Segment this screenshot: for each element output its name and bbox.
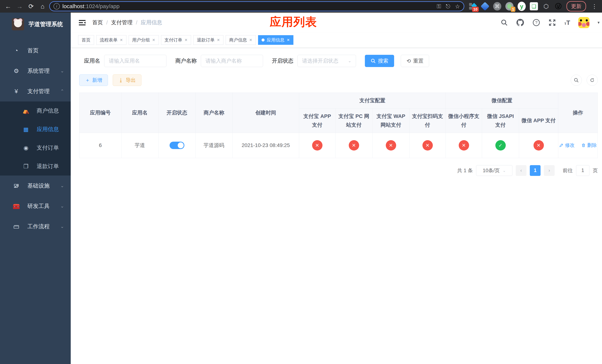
breadcrumb-home[interactable]: 首页 [92, 19, 103, 26]
export-button[interactable]: ⭳ 导出 [113, 75, 141, 86]
goto-suffix: 页 [593, 167, 598, 174]
edit-link[interactable]: 修改 [559, 142, 575, 149]
refresh-table-button[interactable] [587, 75, 598, 86]
coin-icon: ◉ [22, 145, 30, 151]
chat-extension-icon[interactable]: ❏ [530, 2, 538, 10]
total-count: 共 1 条 [457, 167, 473, 174]
close-icon[interactable]: ✕ [287, 38, 290, 42]
sidebar-item-refund-order[interactable]: ❐ 退款订单 [0, 157, 71, 175]
close-icon[interactable]: ✕ [120, 38, 123, 42]
tab-home[interactable]: 首页 [78, 35, 94, 45]
sidebar-item-system[interactable]: ⚙ 系统管理 ⌄ [0, 61, 71, 81]
close-icon[interactable]: ✕ [184, 38, 188, 42]
sidebar-item-pay-order[interactable]: ◉ 支付订单 [0, 139, 71, 157]
add-button[interactable]: ＋ 新增 [79, 75, 108, 86]
breadcrumb-payment[interactable]: 支付管理 [111, 19, 133, 26]
page-title-annotation: 应用列表 [270, 14, 317, 30]
tab-process-form[interactable]: 流程表单✕ [96, 35, 127, 45]
tampermonkey-extension-icon[interactable]: 10 [469, 2, 477, 10]
briefcase-icon: 🗃 [13, 223, 20, 230]
tab-user-group[interactable]: 用户分组✕ [129, 35, 159, 45]
toggle-search-button[interactable] [571, 75, 582, 86]
app-name-input[interactable] [104, 55, 166, 67]
close-icon[interactable]: ✕ [249, 38, 252, 42]
cell-app-id: 6 [79, 133, 121, 158]
extension-badge: 1 [511, 7, 515, 12]
address-bar[interactable]: i localhost:1024/pay/app ⚿ ⎋ ☆ [49, 1, 464, 11]
alipay-qr-status-badge: ✕ [422, 140, 433, 150]
plus-icon: ＋ [85, 77, 90, 84]
grid-table-icon: ▦ [22, 126, 30, 133]
top-navbar: 首页 / 支付管理 / 应用信息 应用列表 ? тT ▾ [71, 13, 602, 32]
app-name-label: 应用名 [84, 57, 100, 65]
toolbox-icon: 🧰 [13, 203, 20, 210]
goto-page-input[interactable] [576, 165, 589, 176]
col-app-id: 应用编号 [79, 93, 121, 133]
prev-page-button[interactable]: ‹ [516, 165, 527, 176]
sidebar-item-payment[interactable]: ¥ 支付管理 ⌃ [0, 81, 71, 101]
chevron-down-icon: ⌄ [348, 58, 351, 63]
sidebar-item-merchant-info[interactable]: ⛺ 商户信息 [0, 101, 71, 120]
dashboard-icon: ◔ [13, 47, 20, 54]
sidebar: 芋道管理系统 ◔ 首页 ⚙ 系统管理 ⌄ ¥ 支付管理 ⌃ ⛺ 商户信息 [0, 13, 71, 364]
chevron-down-icon: ⌄ [60, 68, 64, 74]
password-key-icon[interactable]: ⚿ [437, 3, 441, 10]
col-app-name: 应用名 [121, 93, 159, 133]
recorder-extension-icon[interactable]: 1 [505, 2, 514, 10]
status-toggle[interactable] [170, 142, 184, 149]
help-icon[interactable]: ? [532, 19, 540, 26]
sidebar-item-workflow[interactable]: 🗃 工作流程 ⌄ [0, 216, 71, 237]
page-size-select[interactable]: 10条/页 ⌄ [476, 165, 512, 176]
active-dot [262, 39, 265, 42]
tab-merchant-info[interactable]: 商户信息✕ [226, 35, 256, 45]
search-button[interactable]: 搜索 [365, 55, 394, 67]
github-icon[interactable] [516, 19, 524, 27]
sidebar-item-infra[interactable]: 🖳 基础设施 ⌄ [0, 175, 71, 196]
col-status: 开启状态 [159, 93, 195, 133]
status-select[interactable]: 请选择开启状态 ⌄ [298, 55, 356, 67]
current-page-button[interactable]: 1 [530, 165, 540, 176]
user-avatar[interactable] [578, 17, 589, 28]
back-icon[interactable]: ← [3, 1, 13, 11]
merchant-name-input[interactable] [201, 55, 263, 67]
sidebar-fold-icon[interactable] [78, 19, 86, 27]
profile-avatar[interactable]: 😜 [554, 2, 562, 10]
sidebar-item-dev-tools[interactable]: 🧰 研发工具 ⌄ [0, 196, 71, 216]
reset-button[interactable]: ⟲ 重置 [401, 55, 429, 67]
delete-link[interactable]: 删除 [581, 142, 597, 149]
sidebar-logo[interactable]: 芋道管理系统 [0, 13, 71, 35]
chevron-down-icon: ⌄ [503, 168, 506, 173]
home-icon[interactable]: ⌂ [38, 1, 47, 11]
browser-menu-icon[interactable]: ⋮ [590, 3, 599, 10]
avatar-dropdown-icon[interactable]: ▾ [598, 20, 600, 25]
next-page-button[interactable]: › [544, 165, 555, 176]
tab-refund-order[interactable]: 退款订单✕ [193, 35, 224, 45]
command-extension-icon[interactable]: ⌘ [493, 2, 501, 10]
chevron-down-icon: ⌄ [60, 203, 64, 209]
close-icon[interactable]: ✕ [217, 38, 220, 42]
site-info-icon[interactable]: i [54, 3, 60, 10]
font-size-icon[interactable]: тT [564, 19, 570, 26]
yudao-extension-icon[interactable]: y [517, 2, 526, 10]
sidebar-item-app-info[interactable]: ▦ 应用信息 [0, 120, 71, 139]
edit-pencil-icon [559, 143, 563, 148]
chevron-down-icon: ⌄ [60, 224, 64, 229]
extensions-puzzle-icon[interactable]: ⬡ [542, 2, 550, 10]
browser-update-button[interactable]: 更新 [567, 1, 586, 11]
url-text: localhost:1024/pay/app [62, 3, 434, 10]
col-alipay-wap: 支付宝 WAP 网站支付 [372, 108, 409, 133]
chevron-up-icon: ⌃ [60, 89, 64, 94]
sidebar-item-home[interactable]: ◔ 首页 [0, 40, 71, 61]
tab-app-info[interactable]: 应用信息✕ [258, 35, 293, 45]
share-icon[interactable]: ⎋ [446, 3, 450, 10]
bookmark-star-icon[interactable]: ☆ [455, 3, 460, 10]
search-icon[interactable] [501, 19, 508, 26]
tab-pay-order[interactable]: 支付订单✕ [161, 35, 191, 45]
reload-icon[interactable]: ⟳ [26, 1, 36, 11]
monitor-icon: 🖳 [13, 182, 20, 189]
search-icon [574, 78, 579, 83]
close-icon[interactable]: ✕ [152, 38, 155, 42]
forward-icon[interactable]: → [15, 1, 24, 11]
gem-extension-icon[interactable] [481, 2, 489, 10]
fullscreen-icon[interactable] [548, 19, 556, 26]
